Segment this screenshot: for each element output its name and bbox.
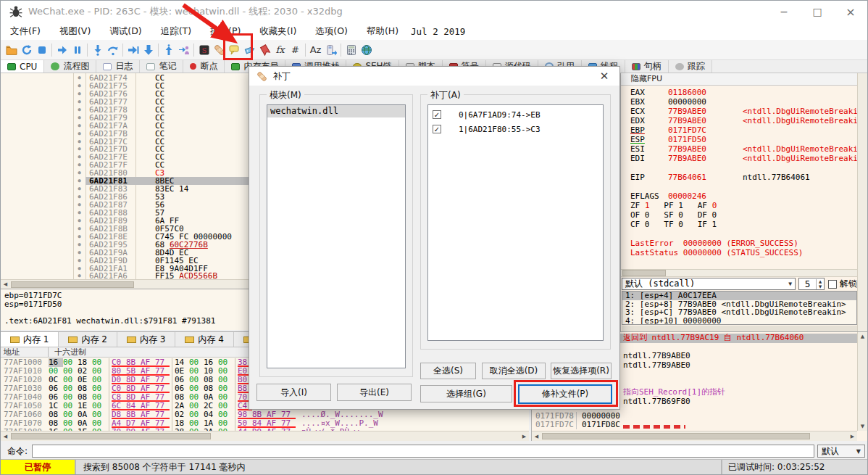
pause-button[interactable] — [70, 41, 85, 59]
scroll-left-icon[interactable]: ◀ — [532, 434, 541, 439]
attach-button[interactable] — [323, 41, 338, 59]
scroll-thumb[interactable] — [11, 433, 211, 439]
view-tab[interactable]: 句柄 — [625, 60, 669, 73]
view-tab[interactable]: 跟踪 — [669, 60, 712, 73]
scroll-right-icon[interactable]: ▶ — [848, 434, 857, 439]
arguments-box: 1: [esp+4] A0C17EEA2: [esp+8] 77B9ABE0 <… — [622, 291, 857, 325]
command-profile-select[interactable]: 默认▼ — [817, 445, 865, 458]
code-line: 4: [esp+10] 00000000 — [622, 317, 856, 325]
globe-button[interactable] — [359, 41, 374, 59]
text-seg: 77B9ABE0 — [668, 116, 743, 125]
bug-icon — [9, 5, 22, 18]
scroll-left-icon[interactable]: ◀ — [1, 281, 10, 287]
menu-item[interactable]: 收藏夹(I) — [250, 25, 306, 38]
calculator-button[interactable] — [343, 41, 359, 59]
menu-item[interactable]: 文件(F) — [1, 25, 50, 38]
dialog-close-icon[interactable]: ✕ — [596, 68, 612, 84]
text-seg: <ntdll.DbgUiRemoteBreakin> — [743, 107, 857, 116]
stack-hscrollbar[interactable]: ◀▶ — [532, 431, 857, 441]
select-all-button[interactable]: 全选(S) — [420, 363, 476, 379]
arg-count-stepper[interactable]: 5▲▼ — [798, 278, 825, 290]
view-tab-label: 句柄 — [644, 60, 662, 73]
maximize-button[interactable]: □ — [801, 1, 834, 22]
title-bar: WeChat.exe - PID: 263C - 模块: wechatwin.d… — [1, 1, 867, 22]
text-az-button[interactable]: Az — [308, 41, 323, 59]
dump-tab[interactable]: 内存 2 — [59, 332, 117, 347]
dump-hscrollbar[interactable]: ◀▶ — [1, 431, 529, 441]
dump-tab[interactable]: 内存 1 — [1, 332, 59, 347]
toolbar-separator — [193, 44, 194, 57]
stop-button[interactable] — [34, 41, 49, 59]
step-over-button[interactable] — [105, 41, 120, 59]
scroll-right-icon[interactable]: ▶ — [519, 434, 529, 439]
restart-button[interactable] — [19, 41, 34, 59]
module-list-item[interactable]: wechatwin.dll — [267, 105, 405, 117]
import-button[interactable]: 导入(I) — [256, 384, 331, 401]
bookmarks-button[interactable] — [257, 41, 272, 59]
registers-panel[interactable]: 隐藏FPU EAX 01186000EBX 00000000ECX 77B9AB… — [620, 73, 867, 331]
step-into-button[interactable] — [90, 41, 105, 59]
patches-list[interactable]: 0|6A7F1AD9:74->EB 1|6AD21F80:55->C3 — [427, 104, 604, 341]
dump-tab[interactable]: 内存 4 — [175, 332, 233, 347]
view-tab[interactable]: CPU — [1, 60, 44, 73]
stack-row[interactable]: 0171FD7C 0171FD8C — [532, 421, 621, 429]
open-file-button[interactable] — [4, 41, 19, 59]
stepper-arrows-icon[interactable]: ▲▼ — [816, 279, 824, 289]
scroll-thumb[interactable] — [622, 270, 666, 276]
menu-item[interactable]: 视图(V) — [50, 25, 100, 38]
menu-item[interactable]: 调试(D) — [100, 25, 151, 38]
code-line — [621, 229, 857, 239]
patch-list-item[interactable]: 1|6AD21F80:55->C3 — [428, 122, 603, 136]
restore-selected-button[interactable]: 恢复选择项(R) — [551, 363, 612, 379]
view-tab[interactable]: 流程图 — [44, 60, 96, 73]
command-input[interactable] — [32, 445, 814, 458]
skip-next-button[interactable] — [141, 41, 156, 59]
hash-button[interactable]: # — [288, 41, 303, 59]
text-seg — [1, 209, 73, 217]
scroll-up-icon[interactable]: ▲ — [858, 334, 867, 339]
unlock-checkbox-row[interactable]: 解锁 — [828, 278, 857, 290]
arguments-hscrollbar[interactable] — [622, 326, 857, 331]
menu-item[interactable]: 帮助(H) — [357, 25, 408, 38]
patch-checkbox[interactable] — [433, 110, 441, 119]
close-button[interactable]: × — [834, 1, 867, 22]
export-button[interactable]: 导出(E) — [337, 384, 412, 401]
hide-fpu-button[interactable]: 隐藏FPU — [621, 73, 867, 86]
run-button[interactable] — [54, 41, 70, 59]
patch-list-item[interactable]: 0|6A7F1AD9:74->EB — [428, 107, 603, 122]
unlock-checkbox[interactable] — [828, 280, 837, 289]
scroll-down-icon[interactable]: ▼ — [858, 424, 867, 429]
clipped-red-text — [623, 425, 685, 429]
scroll-thumb[interactable] — [542, 433, 810, 439]
scroll-thumb[interactable] — [11, 281, 134, 288]
view-tab[interactable]: 笔记 — [140, 60, 183, 73]
run-to-selection-button[interactable] — [125, 41, 141, 59]
code-line: EDI 77B9ABE0<ntdll.DbgUiRemoteBreakin> — [621, 154, 857, 163]
deselect-all-button[interactable]: 取消全选(D) — [482, 363, 546, 379]
view-tab[interactable]: 日志 — [96, 60, 140, 73]
text-seg — [4, 308, 9, 317]
registers-hscrollbar[interactable] — [621, 269, 857, 277]
view-tab[interactable]: 断点 — [183, 60, 225, 73]
calling-convention-row: 默认 (stdcall)▼ 5▲▼ 解锁 — [622, 278, 857, 290]
text-seg: .text:6AD21F81 wechatwin.dll:$791F81 #79… — [4, 317, 215, 326]
scroll-left-icon[interactable]: ◀ — [1, 434, 10, 439]
dump-tab[interactable]: 内存 3 — [117, 332, 175, 347]
text-seg: 1 — [645, 201, 650, 210]
modules-list[interactable]: wechatwin.dll — [267, 104, 406, 368]
text-seg — [1, 74, 73, 82]
text-seg: ● — [73, 241, 85, 249]
registers-vscrollbar[interactable] — [857, 73, 867, 331]
menu-item[interactable]: 选项(O) — [306, 25, 357, 38]
calling-convention-select[interactable]: 默认 (stdcall)▼ — [622, 278, 796, 290]
patch-checkbox[interactable] — [433, 125, 441, 133]
select-group-button[interactable]: 选择组(G) — [420, 385, 512, 402]
text-seg: ● — [73, 233, 85, 241]
stack-vscrollbar[interactable]: ▲▼ — [857, 332, 867, 431]
functions-button[interactable]: fx — [272, 41, 288, 59]
code-line: EBX 00000000 — [621, 97, 857, 107]
text-seg: 01186000 — [668, 88, 743, 97]
text-seg: ● — [73, 82, 85, 90]
annotation-box-patch-icon — [223, 33, 253, 60]
minimize-button[interactable]: − — [767, 1, 801, 22]
